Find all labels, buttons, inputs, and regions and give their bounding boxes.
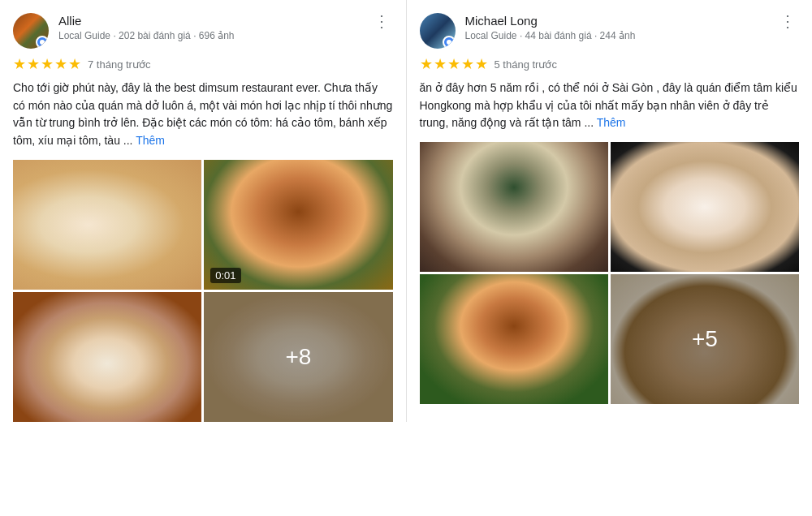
reviewer-name[interactable]: Michael Long: [465, 13, 777, 29]
star-rating: ★★★★★: [420, 55, 488, 73]
more-options-button[interactable]: ⋮: [370, 13, 393, 29]
star-icon: ★: [447, 55, 460, 73]
review-text: Cho tới giờ phút này, đây là the best di…: [13, 80, 393, 150]
reviewer-meta: Local Guide · 202 bài đánh giá · 696 ảnh: [58, 29, 370, 43]
photos-grid: 0:01+8: [13, 160, 393, 422]
reviewer-header: Michael LongLocal Guide · 44 bài đánh gi…: [420, 13, 800, 49]
star-icon: ★: [41, 55, 54, 73]
photo-m3[interactable]: [420, 274, 608, 404]
star-icon: ★: [68, 55, 81, 73]
video-duration-overlay: 0:01: [210, 268, 240, 283]
avatar[interactable]: [420, 13, 456, 49]
star-rating: ★★★★★: [13, 55, 81, 73]
star-icon: ★: [475, 55, 488, 73]
photo-count-overlay: +8: [204, 292, 392, 422]
review-card-michael: Michael LongLocal Guide · 44 bài đánh gi…: [407, 0, 813, 422]
read-more-link[interactable]: Thêm: [597, 116, 626, 129]
star-icon: ★: [434, 55, 447, 73]
reviewer-info: Michael LongLocal Guide · 44 bài đánh gi…: [465, 13, 777, 42]
reviewer-name[interactable]: Allie: [58, 13, 370, 29]
photo-a3[interactable]: [13, 292, 201, 422]
review-card-allie: AllieLocal Guide · 202 bài đánh giá · 69…: [0, 0, 407, 422]
reviewer-meta: Local Guide · 44 bài đánh giá · 244 ảnh: [465, 29, 777, 43]
read-more-link[interactable]: Thêm: [136, 134, 165, 147]
rating-row: ★★★★★5 tháng trước: [420, 55, 800, 73]
photo-count-overlay: +5: [611, 274, 799, 404]
photos-grid: +5: [420, 142, 800, 404]
reviewer-header: AllieLocal Guide · 202 bài đánh giá · 69…: [13, 13, 393, 49]
photo-a2[interactable]: 0:01: [204, 160, 392, 290]
review-time: 5 tháng trước: [495, 58, 557, 71]
star-icon: ★: [461, 55, 474, 73]
reviews-container: AllieLocal Guide · 202 bài đánh giá · 69…: [0, 0, 812, 422]
more-options-button[interactable]: ⋮: [776, 13, 799, 29]
photo-a4[interactable]: +8: [204, 292, 392, 422]
star-icon: ★: [54, 55, 67, 73]
photo-m4[interactable]: +5: [611, 274, 799, 404]
rating-row: ★★★★★7 tháng trước: [13, 55, 393, 73]
star-icon: ★: [420, 55, 433, 73]
review-text: ăn ở đây hơn 5 năm rồi , có thể nói ở Sà…: [420, 80, 800, 132]
avatar[interactable]: [13, 13, 49, 49]
review-time: 7 tháng trước: [88, 58, 150, 71]
star-icon: ★: [27, 55, 40, 73]
reviewer-info: AllieLocal Guide · 202 bài đánh giá · 69…: [58, 13, 370, 42]
photo-m1[interactable]: [420, 142, 608, 272]
star-icon: ★: [13, 55, 26, 73]
photo-a1[interactable]: [13, 160, 201, 290]
photo-m2[interactable]: [611, 142, 799, 272]
